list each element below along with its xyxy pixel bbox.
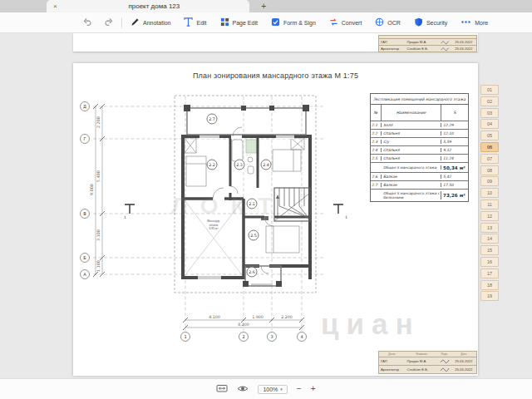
sheet-tab[interactable]: 01 [480, 85, 499, 95]
section-label-right: 1 [345, 215, 347, 219]
table-row: 2.1 Холл 12,29 [371, 121, 468, 130]
watermark-center: ЛОКТ [171, 193, 284, 219]
view-mode-eye-icon[interactable] [237, 382, 249, 397]
void-room-note: Мансард. объем 3,85 м² [198, 219, 229, 231]
sheet-tab[interactable]: 09 [480, 176, 499, 186]
ocr-globe-icon [375, 15, 384, 30]
convert-button[interactable]: Convert [329, 15, 362, 30]
fit-width-icon[interactable] [216, 382, 228, 397]
edit-label: Edit [196, 20, 206, 26]
svg-text:Б: Б [83, 255, 86, 260]
sheet-tab[interactable]: 04 [480, 119, 499, 129]
sheet-tab[interactable]: 11 [480, 200, 499, 209]
pencil-icon [131, 15, 140, 30]
more-dots-icon [461, 15, 471, 30]
sheet-tab[interactable]: 03 [480, 108, 499, 118]
sheet-tab[interactable]: 15 [480, 245, 499, 255]
annotation-label: Annotation [143, 20, 170, 26]
svg-text:2.200: 2.200 [281, 315, 293, 319]
document-tab[interactable]: × проект дома 123 [47, 0, 249, 12]
table-row: 2.3 С/у 5,59 [371, 138, 468, 146]
svg-text:2.5: 2.5 [250, 234, 257, 238]
table-total-row: Общая S мансардного этажа с балконами 73… [371, 190, 468, 201]
sheet-tab[interactable]: 05 [480, 131, 499, 140]
table-row: 2.2 Спальня 12,10 [371, 130, 468, 138]
signature-mark [438, 357, 451, 365]
document-canvas[interactable]: ГАП Прядко М.А. 25.05.2022 Архитектор Ст… [0, 33, 532, 378]
zoom-in-button[interactable]: + [311, 385, 316, 393]
sheet-tab-active[interactable]: 06 [480, 142, 499, 152]
zoom-value: 100% [263, 387, 278, 392]
tab-bar: × проект дома 123 + [0, 0, 532, 12]
convert-arrows-icon [329, 15, 338, 30]
table-row: 2.5 Спальня 11,24 [371, 155, 468, 163]
tab-title: проект дома 123 [66, 2, 243, 10]
more-button[interactable]: More [461, 15, 488, 30]
svg-text:2.200: 2.200 [96, 116, 101, 128]
sheet-tab[interactable]: 07 [480, 154, 499, 164]
table-row: 2.6 Балкон 5,42 [371, 173, 468, 181]
sheet-tab[interactable]: 12 [480, 211, 499, 221]
security-label: Security [426, 20, 447, 26]
redo-icon[interactable] [104, 15, 113, 30]
main-toolbar: Annotation Edit Page Edit Form & Sign Co [0, 12, 532, 33]
page-edit-button[interactable]: Page Edit [220, 15, 258, 30]
zoom-level-select[interactable]: 100% ▾ [258, 385, 287, 394]
sheet-tab[interactable]: 19 [480, 291, 499, 301]
sheet-index-panel: 01 02 03 04 05 06 07 08 09 10 11 12 13 1… [480, 85, 499, 301]
row-axis-bubbles: Д Г В Б А [81, 102, 90, 279]
svg-text:2: 2 [242, 334, 244, 339]
svg-text:9.000: 9.000 [90, 184, 94, 195]
sheet-tab[interactable]: 16 [480, 257, 499, 267]
signature-mark [438, 366, 451, 373]
new-tab-button[interactable]: + [261, 1, 266, 11]
sheet-tab[interactable]: 17 [480, 268, 499, 278]
svg-text:Д: Д [83, 104, 86, 109]
drawing-page: План зонирования мансардного этажа М 1:7… [73, 63, 478, 376]
col-axis-bubbles: 1 2 3 4 [181, 332, 307, 342]
svg-text:А: А [83, 272, 86, 277]
stamp-row: Архитектор Стойбин Е.Б. 25.05.2022 [379, 365, 476, 373]
form-sign-label: Form & Sign [283, 20, 316, 26]
table-row: 2.7 Балкон 17,50 [371, 181, 468, 190]
page-grid-icon [220, 15, 229, 30]
checkbox-icon [271, 15, 280, 30]
title-block-previous-page: ГАП Прядко М.А. 25.05.2022 Архитектор Ст… [378, 35, 477, 52]
shield-icon [414, 15, 423, 30]
svg-text:1: 1 [184, 334, 186, 339]
svg-text:4: 4 [300, 334, 303, 339]
convert-label: Convert [342, 20, 362, 26]
zoom-out-button[interactable]: − [297, 385, 302, 393]
ocr-button[interactable]: OCR [375, 15, 401, 30]
security-button[interactable]: Security [414, 15, 447, 30]
svg-text:2.6: 2.6 [249, 270, 255, 274]
svg-text:2.2: 2.2 [209, 163, 215, 167]
tab-close-icon[interactable]: × [53, 2, 57, 10]
svg-text:5.400: 5.400 [96, 170, 101, 182]
stamp-row: Архитектор Стойбин Е.Б. 25.05.2022 [379, 45, 476, 52]
previous-page-bottom: ГАП Прядко М.А. 25.05.2022 Архитектор Ст… [73, 33, 478, 52]
table-header-row: № Наименование S [371, 105, 468, 121]
form-sign-button[interactable]: Form & Sign [271, 15, 316, 30]
svg-text:Г: Г [83, 136, 86, 141]
sheet-tab[interactable]: 14 [480, 234, 499, 244]
annotation-button[interactable]: Annotation [131, 15, 170, 30]
title-block: Долж. Фамилия Подп. Дата ГАП Прядко М.А.… [378, 351, 477, 374]
sheet-tab[interactable]: 10 [480, 188, 499, 198]
bottom-dimensions: 4.100 1.900 2.200 8.200 [209, 315, 293, 327]
svg-text:В: В [83, 211, 86, 216]
status-bar: 100% ▾ − + [0, 378, 532, 399]
table-row: 2.4 Спальня 9,12 [371, 146, 468, 155]
svg-text:2.3: 2.3 [236, 163, 243, 167]
toolbar-divider [121, 17, 122, 28]
edit-button[interactable]: Edit [184, 15, 206, 30]
section-label-left: 1 [124, 215, 126, 219]
sheet-tab[interactable]: 08 [480, 165, 499, 175]
svg-text:4.100: 4.100 [209, 315, 220, 319]
edit-text-icon [184, 15, 193, 30]
left-dimensions: 2.200 5.400 3.100 1.100 9.000 [90, 116, 101, 272]
undo-icon[interactable] [83, 15, 92, 30]
sheet-tab[interactable]: 13 [480, 223, 499, 233]
sheet-tab[interactable]: 02 [480, 96, 499, 106]
sheet-tab[interactable]: 18 [480, 280, 499, 290]
